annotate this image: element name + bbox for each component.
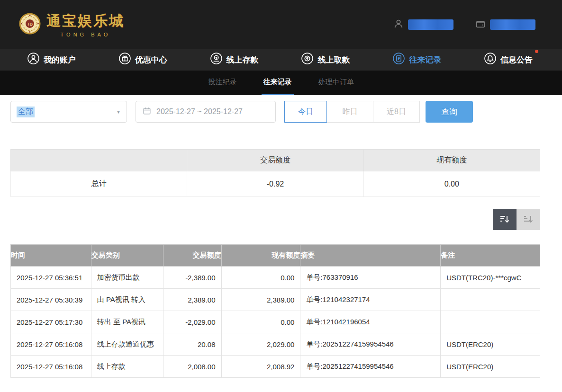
- coin-logo-icon: TB: [19, 13, 41, 36]
- date-range-value: 2025-12-27 ~ 2025-12-27: [156, 107, 243, 116]
- user-icon: [393, 18, 404, 31]
- summary-header-balance: 现有额度: [363, 150, 540, 171]
- filter-bar: 全部 ▼ 2025-12-27 ~ 2025-12-27 今日 昨日 近8日 查…: [10, 101, 552, 123]
- sort-descending-icon: [499, 214, 510, 226]
- quick-range-today-button[interactable]: 今日: [284, 101, 327, 123]
- summary-transaction-amount: -0.92: [187, 171, 363, 197]
- cell-summary: 单号:202512274159954546: [300, 356, 441, 378]
- cell-type: 线上存款: [91, 356, 163, 378]
- svg-text:TB: TB: [27, 22, 33, 27]
- nav-item-online-deposit[interactable]: 线上存款: [210, 53, 259, 67]
- cell-balance: 2,029.00: [221, 333, 300, 356]
- tab-pending-orders[interactable]: 处理中订单: [317, 71, 356, 95]
- calendar-icon: [143, 107, 151, 117]
- notification-dot: [535, 50, 538, 53]
- cell-time: 2025-12-27 05:17:30: [11, 311, 91, 333]
- redacted-username: [408, 19, 453, 30]
- user-balance-summary[interactable]: [475, 18, 535, 31]
- top-bar: TB 通宝娱乐城 TONG BAO: [0, 0, 562, 49]
- nav-label: 线上取款: [317, 54, 350, 65]
- brand-text: 通宝娱乐城 TONG BAO: [46, 11, 125, 37]
- quick-range-8days-button[interactable]: 近8日: [373, 101, 420, 123]
- quick-range-group: 今日 昨日 近8日: [284, 101, 420, 123]
- nav-item-promotions[interactable]: 优惠中心: [119, 53, 167, 67]
- brand-subtitle: TONG BAO: [46, 32, 125, 37]
- cell-time: 2025-12-27 05:30:39: [11, 289, 91, 311]
- quick-range-yesterday-button[interactable]: 昨日: [326, 101, 373, 123]
- user-account-summary[interactable]: [393, 18, 453, 31]
- nav-item-online-withdrawal[interactable]: 线上取款: [301, 53, 350, 67]
- summary-header-empty: [11, 150, 187, 171]
- tab-betting-records[interactable]: 投注纪录: [207, 71, 239, 95]
- cell-amount: -2,389.00: [163, 267, 221, 289]
- gift-icon: [119, 53, 131, 67]
- table-row: 2025-12-27 05:16:08 线上存款通道优惠 20.08 2,029…: [11, 333, 540, 356]
- withdraw-icon: [301, 53, 313, 67]
- cell-time: 2025-12-27 05:16:08: [11, 356, 91, 378]
- cell-time: 2025-12-27 05:16:08: [11, 333, 91, 356]
- cell-remark: USDT(ERC20): [441, 333, 540, 356]
- date-range-picker[interactable]: 2025-12-27 ~ 2025-12-27: [136, 101, 276, 123]
- summary-total-label: 总计: [11, 171, 187, 197]
- tab-label: 投注纪录: [208, 78, 237, 87]
- deposit-icon: [210, 53, 222, 67]
- summary-header-transaction: 交易额度: [187, 150, 363, 171]
- cell-balance: 2,008.92: [221, 356, 300, 378]
- nav-item-transaction-records[interactable]: 往来记录: [393, 53, 441, 67]
- cell-summary: 单号:763370916: [300, 267, 441, 289]
- header-remark: 备注: [441, 245, 540, 267]
- table-row: 2025-12-27 05:36:51 加密货币出款 -2,389.00 0.0…: [11, 267, 540, 289]
- cell-balance: 0.00: [221, 267, 300, 289]
- main-nav: 我的账户 优惠中心 线上存款 线上取款 往来记录: [0, 49, 562, 71]
- chevron-down-icon: ▼: [116, 109, 121, 115]
- records-icon: [393, 53, 405, 67]
- record-tabs: 投注纪录 往来记录 处理中订单: [0, 71, 562, 95]
- records-header-row: 时间 交易类别 交易额度 现有额度 摘要 备注: [11, 245, 540, 267]
- sort-ascending-icon: [523, 214, 534, 226]
- tab-transaction-records[interactable]: 往来记录: [262, 71, 294, 95]
- nav-item-announcements[interactable]: 信息公告: [484, 53, 533, 67]
- header-balance: 现有额度: [221, 245, 300, 267]
- search-button[interactable]: 查询: [426, 101, 473, 123]
- tab-label: 往来记录: [263, 78, 292, 87]
- cell-amount: 20.08: [163, 333, 221, 356]
- table-row: 2025-12-27 05:16:08 线上存款 2,008.00 2,008.…: [11, 356, 540, 378]
- nav-label: 信息公告: [500, 54, 533, 65]
- sort-ascending-button[interactable]: [517, 209, 540, 230]
- summary-current-amount: 0.00: [363, 171, 540, 197]
- cell-amount: 2,008.00: [163, 356, 221, 378]
- sort-descending-button[interactable]: [493, 209, 517, 230]
- header-amount: 交易额度: [163, 245, 221, 267]
- cell-type: 加密货币出款: [91, 267, 163, 289]
- cell-amount: -2,029.00: [163, 311, 221, 333]
- cell-remark: [441, 311, 540, 333]
- redacted-balance: [490, 19, 535, 30]
- cell-balance: 0.00: [221, 311, 300, 333]
- category-select[interactable]: 全部 ▼: [10, 101, 127, 123]
- cell-type: 由 PA视讯 转入: [91, 289, 163, 311]
- header-time: 时间: [11, 245, 91, 267]
- cell-type: 线上存款通道优惠: [91, 333, 163, 356]
- category-selected-value: 全部: [17, 107, 35, 117]
- nav-label: 优惠中心: [135, 54, 167, 65]
- nav-item-my-account[interactable]: 我的账户: [27, 53, 76, 67]
- cell-type: 转出 至 PA视讯: [91, 311, 163, 333]
- bell-icon: [484, 53, 496, 67]
- cell-summary: 单号:202512274159954546: [300, 333, 441, 356]
- nav-label: 我的账户: [44, 54, 76, 65]
- nav-label: 往来记录: [409, 54, 441, 65]
- cell-amount: 2,389.00: [163, 289, 221, 311]
- summary-table: 交易额度 现有额度 总计 -0.92 0.00: [10, 149, 540, 197]
- brand-name: 通宝娱乐城: [46, 11, 125, 31]
- header-summary: 摘要: [300, 245, 441, 267]
- brand-logo: TB 通宝娱乐城 TONG BAO: [19, 11, 125, 37]
- header-type: 交易类别: [91, 245, 163, 267]
- records-table: 时间 交易类别 交易额度 现有额度 摘要 备注 2025-12-27 05:36…: [10, 244, 540, 378]
- account-icon: [27, 53, 39, 67]
- cell-remark: USDT(TRC20)-***cgwC: [441, 267, 540, 289]
- summary-row: 总计 -0.92 0.00: [11, 171, 540, 197]
- cell-summary: 单号:121042196054: [300, 311, 441, 333]
- nav-label: 线上存款: [227, 54, 259, 65]
- cell-remark: USDT(ERC20): [441, 356, 540, 378]
- table-row: 2025-12-27 05:17:30 转出 至 PA视讯 -2,029.00 …: [11, 311, 540, 333]
